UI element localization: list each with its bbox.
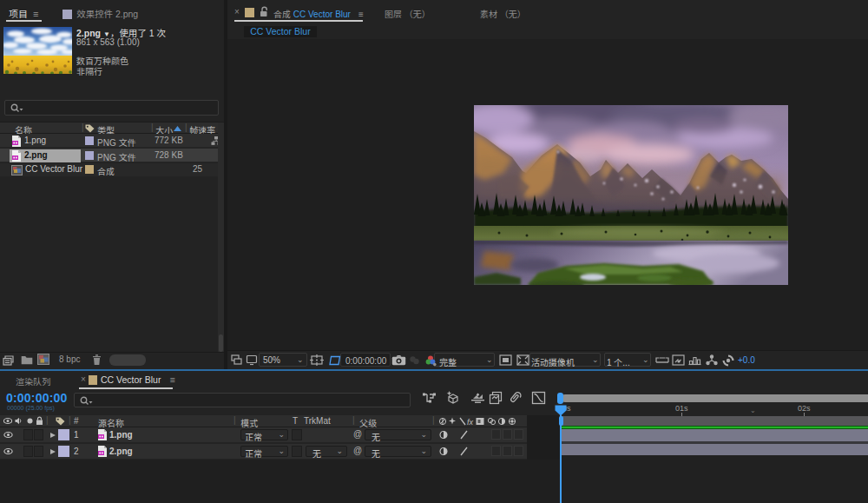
svg-text:fx: fx [467, 418, 474, 427]
